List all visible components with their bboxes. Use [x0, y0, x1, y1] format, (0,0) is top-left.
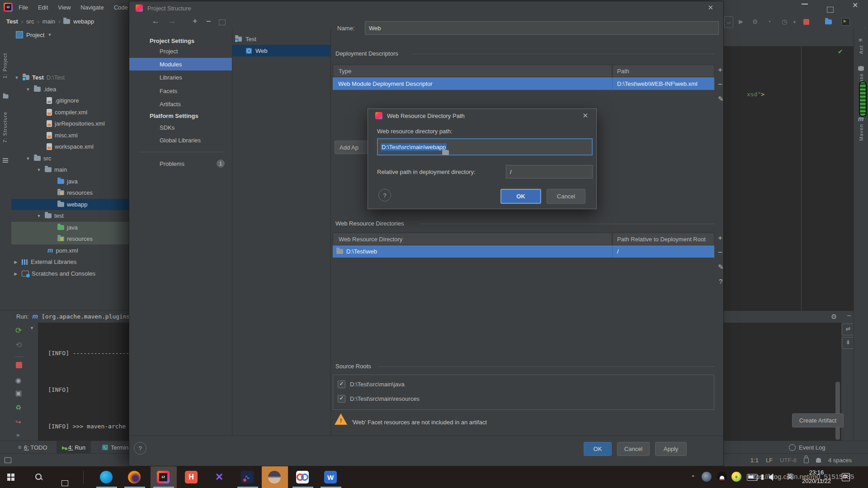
help-icon[interactable]: ?: [719, 278, 722, 285]
build-icon[interactable]: ⚙: [752, 18, 758, 25]
indent-setting[interactable]: 4 spaces: [828, 457, 852, 464]
rings-app-taskbar-icon[interactable]: [296, 471, 309, 483]
window-maximize-button[interactable]: [827, 7, 834, 13]
edge-taskbar-icon[interactable]: [100, 471, 113, 483]
module-tree-row-test[interactable]: Test: [235, 33, 256, 45]
cancel-button[interactable]: Cancel: [547, 189, 585, 204]
sidebar-item-modules-selected[interactable]: Modules: [129, 58, 232, 70]
ok-button[interactable]: OK: [500, 189, 541, 204]
tree-row-main-java[interactable]: java: [11, 176, 130, 187]
edit-pencil-icon[interactable]: ✎: [718, 263, 724, 270]
breadcrumb-webapp[interactable]: webapp: [73, 18, 94, 25]
exit-icon[interactable]: ↪: [15, 418, 21, 426]
forward-arrow-icon[interactable]: →: [168, 17, 176, 26]
avatar-app-taskbar-icon[interactable]: [268, 471, 281, 483]
wrd-header-path[interactable]: Path Relative to Deployment Root: [612, 233, 714, 245]
remove-icon[interactable]: −: [718, 81, 722, 88]
soft-wrap-icon[interactable]: ⇌: [842, 324, 854, 335]
close-icon[interactable]: ✕: [708, 4, 713, 12]
path-dialog-title-bar[interactable]: Web Resource Directory Path ✕: [368, 109, 596, 122]
stop-icon[interactable]: [803, 19, 809, 25]
run-tab-active[interactable]: ▶ 4: Run: [57, 441, 91, 454]
expanded-arrow-icon[interactable]: ▼: [36, 214, 42, 218]
tree-row-external-libraries[interactable]: ▶ External Libraries: [11, 256, 130, 267]
apply-button[interactable]: Apply: [655, 442, 687, 456]
expanded-arrow-icon[interactable]: ▼: [25, 156, 31, 161]
tree-row-scratches[interactable]: ▶ Scratches and Consoles: [11, 268, 130, 279]
run-button-icon[interactable]: ▶: [739, 18, 743, 25]
path-input-field[interactable]: D:\Test\src\main\webapp: [377, 138, 593, 155]
tree-row-main-resources[interactable]: resources: [11, 187, 130, 198]
inspections-ok-checkmark-icon[interactable]: ✔: [838, 48, 843, 55]
copy-module-icon[interactable]: [219, 19, 226, 25]
sidebar-item-libraries[interactable]: Libraries: [160, 74, 182, 81]
collapsed-arrow-icon[interactable]: ▶: [13, 260, 19, 264]
module-tree-row-web-selected[interactable]: Web: [232, 45, 330, 56]
tree-row-test-java[interactable]: java: [11, 222, 130, 233]
coverage-icon[interactable]: ◷: [782, 18, 787, 25]
collapsed-arrow-icon[interactable]: ▶: [13, 272, 19, 276]
run-console[interactable]: [INFO] ------------------------ [INFO] […: [38, 323, 130, 441]
hide-tool-window-icon[interactable]: −: [847, 312, 851, 320]
menu-navigate[interactable]: Navigate: [75, 0, 108, 14]
remove-icon[interactable]: −: [718, 249, 722, 256]
gear-icon[interactable]: ⚙: [831, 313, 837, 321]
todo-tab[interactable]: ≡ 6: TODO: [18, 441, 47, 454]
restore-tool-windows-icon[interactable]: [5, 457, 11, 463]
ok-button[interactable]: OK: [584, 442, 612, 456]
tool-stripe-ant-tab[interactable]: Ant: [859, 45, 864, 54]
profiler-icon[interactable]: ◔: [767, 18, 771, 25]
tree-row-compiler-xml[interactable]: compiler.xml: [11, 107, 130, 118]
help-button[interactable]: ?: [378, 189, 391, 202]
hbuilder-taskbar-icon[interactable]: H: [185, 471, 198, 483]
breadcrumb-src[interactable]: src: [26, 18, 34, 25]
tree-row-jarrepositories-xml[interactable]: jarRepositories.xml: [11, 118, 130, 129]
source-root-row[interactable]: ✓ D:\Test\src\main\resources: [333, 391, 714, 406]
close-icon[interactable]: ✕: [582, 112, 588, 120]
tree-row-workspace-xml[interactable]: workspace.xml: [11, 141, 130, 152]
task-view-icon[interactable]: [61, 480, 68, 486]
create-artifact-button[interactable]: Create Artifact: [792, 413, 844, 427]
qq-tray-icon[interactable]: [717, 472, 727, 482]
add-module-icon[interactable]: +: [193, 17, 198, 26]
hector-inspections-icon[interactable]: [816, 458, 821, 463]
wrd-row-dir-cell[interactable]: D:\Test\web: [333, 245, 612, 258]
inspect-eye-icon[interactable]: ◉: [15, 376, 21, 385]
menu-edit[interactable]: Edit: [33, 0, 53, 14]
fold-arrow-icon[interactable]: ▼: [30, 326, 34, 330]
add-icon[interactable]: +: [718, 66, 722, 73]
rerun-failed-icon[interactable]: ⟲: [15, 340, 22, 350]
edit-pencil-icon[interactable]: ✎: [718, 95, 724, 102]
green-sphere-tray-icon[interactable]: +: [731, 472, 741, 482]
expanded-arrow-icon[interactable]: ▼: [14, 75, 20, 80]
editor-area[interactable]: xsd"> ✔: [724, 46, 854, 311]
add-icon[interactable]: +: [718, 235, 722, 241]
ps-dialog-title-bar[interactable]: Project Structure ✕: [129, 1, 723, 15]
caret-position[interactable]: 1:1: [750, 457, 759, 464]
tray-chevron-up-icon[interactable]: ⌃: [691, 474, 695, 481]
terminal-tab[interactable]: ›_ Terminal: [102, 441, 133, 454]
sidebar-item-artifacts[interactable]: Artifacts: [160, 101, 181, 108]
thread-dump-camera-icon[interactable]: ▣: [15, 389, 22, 397]
more-icon[interactable]: »: [16, 432, 19, 438]
intellij-taskbar-icon[interactable]: IJ: [157, 471, 170, 483]
tree-row-misc-xml[interactable]: misc.xml: [11, 130, 130, 141]
file-encoding[interactable]: UTF-8: [780, 457, 797, 464]
sidebar-item-problems[interactable]: Problems: [160, 160, 184, 167]
wps-taskbar-icon[interactable]: W: [324, 471, 337, 483]
browse-folder-icon[interactable]: [442, 150, 449, 155]
expanded-arrow-icon[interactable]: ▼: [36, 168, 42, 172]
tree-row-gitignore[interactable]: .gitignore: [11, 95, 130, 106]
tree-row-webapp-selected[interactable]: webapp: [11, 199, 130, 210]
tool-stripe-maven-tab[interactable]: Maven: [859, 124, 864, 141]
run-anything-icon[interactable]: ▶: [841, 18, 850, 26]
module-name-field[interactable]: Web: [365, 21, 719, 35]
sidebar-item-facets[interactable]: Facets: [160, 88, 177, 94]
mumu-taskbar-icon[interactable]: ∿: [241, 471, 254, 483]
expanded-arrow-icon[interactable]: ▼: [25, 87, 31, 92]
window-minimize-button[interactable]: [802, 4, 808, 5]
scrollbar-thumb[interactable]: [835, 382, 840, 440]
tree-row-pom-xml[interactable]: m pom.xml: [11, 245, 130, 256]
help-button[interactable]: ?: [134, 442, 146, 455]
tree-row-test-resources[interactable]: resources: [11, 233, 130, 244]
